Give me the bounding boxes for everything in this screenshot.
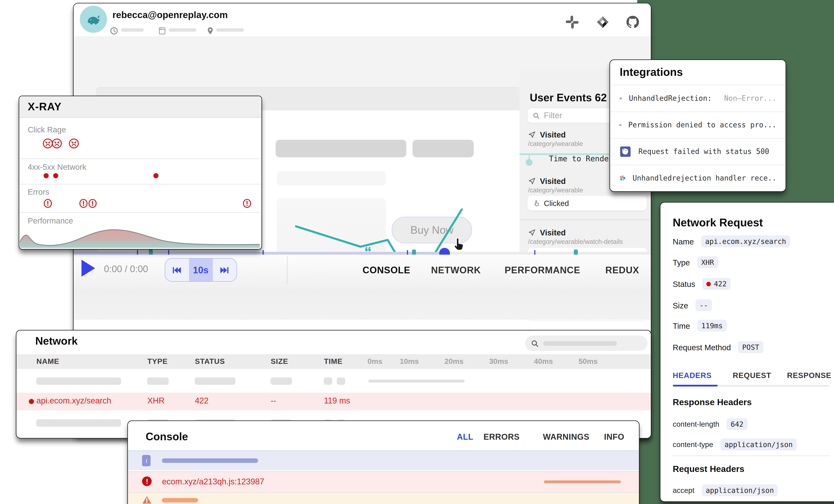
- ruler-40ms: 40ms: [534, 357, 553, 366]
- network-errors-label: 4xx-5xx Network: [28, 162, 86, 172]
- divider: [19, 212, 261, 213]
- visited-icon: [528, 229, 536, 237]
- request-status: 422: [195, 396, 208, 405]
- timeline-remaining: [444, 252, 651, 255]
- event-visited[interactable]: Visited: [528, 228, 566, 237]
- error-icon[interactable]: [88, 198, 97, 209]
- duration-skeleton: [121, 28, 144, 32]
- type-value: XHR: [697, 256, 718, 268]
- skip-controls: 10s: [164, 258, 237, 282]
- integration-row[interactable]: UnhandledRejection:Non—Error...: [610, 85, 786, 111]
- console-warning-row[interactable]: [128, 492, 639, 504]
- timeline-played: [73, 252, 444, 255]
- console-error-text: ecom.xyz/a213qh.js:123987: [162, 477, 264, 486]
- jira-icon[interactable]: [595, 15, 610, 29]
- tab-response[interactable]: RESPONSE: [787, 371, 831, 380]
- search-icon: [531, 339, 539, 347]
- browser-skeleton: [169, 28, 196, 32]
- field-status: Status 422: [673, 278, 731, 290]
- console-tab-all[interactable]: ALL: [457, 432, 473, 441]
- error-icon[interactable]: [43, 198, 52, 209]
- error-icon[interactable]: [242, 198, 252, 209]
- ruler-10ms: 10ms: [400, 357, 419, 366]
- skip-forward-button[interactable]: [213, 259, 236, 281]
- request-size: --: [271, 396, 276, 405]
- tab-performance[interactable]: PERFORMANCE: [505, 265, 580, 276]
- search-skeleton: [544, 341, 617, 346]
- request-time: 119 ms: [324, 396, 350, 405]
- slack-icon[interactable]: [565, 15, 579, 29]
- tab-underline-active: [673, 385, 718, 387]
- click-icon: [533, 200, 541, 207]
- field-method: Request Method POST: [673, 341, 763, 353]
- network-error-dot[interactable]: [53, 173, 58, 178]
- console-info-row[interactable]: i: [128, 451, 639, 470]
- col-size[interactable]: SIZE: [271, 357, 288, 366]
- console-tab-info[interactable]: INFO: [604, 432, 624, 441]
- avatar: [80, 6, 107, 33]
- event-visited[interactable]: Visited: [528, 130, 566, 139]
- event-clicked-card[interactable]: Clicked: [527, 196, 647, 211]
- tab-network[interactable]: NETWORK: [431, 265, 481, 276]
- skip-interval[interactable]: 10s: [189, 259, 213, 281]
- event-path: /category/wearable: [528, 187, 583, 194]
- integration-row[interactable]: Unhandledrejection handler rece..: [610, 165, 786, 191]
- divider: [520, 220, 650, 220]
- header-content-type: content-type application/json: [673, 439, 797, 451]
- note-marker-icon[interactable]: [364, 246, 372, 253]
- tab-console[interactable]: CONSOLE: [363, 265, 410, 276]
- integration-row[interactable]: Permission denied to access pro...: [610, 111, 786, 138]
- click-rage-label: Click Rage: [28, 125, 66, 134]
- network-error-dot[interactable]: [44, 173, 49, 178]
- console-error-row[interactable]: ! ecom.xyz/a213qh.js:123987: [128, 471, 639, 491]
- request-name: api.ecom.xyz/search: [37, 396, 111, 405]
- event-path: /category/wearable/watch-details: [528, 238, 623, 245]
- ruler-30ms: 30ms: [489, 357, 508, 366]
- col-time[interactable]: TIME: [324, 357, 343, 366]
- error-icon[interactable]: [79, 198, 88, 209]
- event-visited[interactable]: Visited: [528, 177, 566, 186]
- time-to-render-label[interactable]: Time to Render: [549, 154, 613, 163]
- pointer-cursor-icon: [452, 237, 467, 253]
- header-content-length: content-length 642: [673, 418, 747, 430]
- session-user-email: rebecca@openreplay.com: [112, 9, 228, 20]
- session-header: rebecca@openreplay.com: [73, 3, 651, 37]
- status-value: 422: [703, 278, 731, 290]
- errors-label: Errors: [28, 187, 49, 196]
- console-panel: Console ALL ERRORS WARNINGS INFO i ! eco…: [128, 420, 639, 504]
- network-error-dot[interactable]: [153, 173, 158, 178]
- rage-face-icon[interactable]: [68, 138, 79, 149]
- xray-panel: X-RAY Click Rage 4xx-5xx Network Errors …: [19, 96, 262, 249]
- console-tab-errors[interactable]: ERRORS: [483, 432, 520, 441]
- tab-redux[interactable]: REDUX: [606, 265, 639, 276]
- github-icon[interactable]: [625, 15, 640, 29]
- browser-icon: [158, 26, 166, 35]
- info-icon: i: [142, 455, 151, 466]
- xray-title: X-RAY: [28, 101, 62, 113]
- size-value: --: [696, 299, 712, 311]
- location-pin-icon: [206, 26, 214, 35]
- skip-back-button[interactable]: [165, 259, 189, 281]
- network-table-header: NAME TYPE STATUS SIZE TIME 0ms 10ms 20ms…: [17, 354, 651, 369]
- integration-row[interactable]: Request failed with status 500: [610, 138, 786, 165]
- col-name[interactable]: NAME: [37, 357, 59, 366]
- field-name: Name api.ecom.xyz/search: [673, 235, 790, 247]
- elastic-icon: [619, 172, 626, 184]
- network-row-skeleton[interactable]: [17, 372, 651, 390]
- col-status[interactable]: STATUS: [195, 357, 225, 366]
- network-search-input[interactable]: [525, 335, 648, 351]
- rage-face-icon[interactable]: [51, 138, 62, 149]
- tab-request[interactable]: REQUEST: [733, 371, 771, 380]
- col-type[interactable]: TYPE: [147, 357, 168, 366]
- network-error-row[interactable]: api.ecom.xyz/search XHR 422 -- 119 ms: [17, 393, 651, 410]
- header-accept: accept application/json: [673, 484, 778, 496]
- play-button[interactable]: [81, 260, 95, 277]
- console-tab-warnings[interactable]: WARNINGS: [543, 432, 589, 441]
- title-skeleton: [276, 140, 407, 157]
- replay-timeline[interactable]: [73, 252, 651, 255]
- ruler-50ms: 50ms: [578, 357, 598, 366]
- response-headers-title: Response Headers: [673, 397, 752, 408]
- warning-icon: [142, 495, 152, 504]
- screenshot-stage: rebecca@openreplay.com Buy Now: [0, 0, 834, 504]
- tab-headers[interactable]: HEADERS: [673, 371, 711, 380]
